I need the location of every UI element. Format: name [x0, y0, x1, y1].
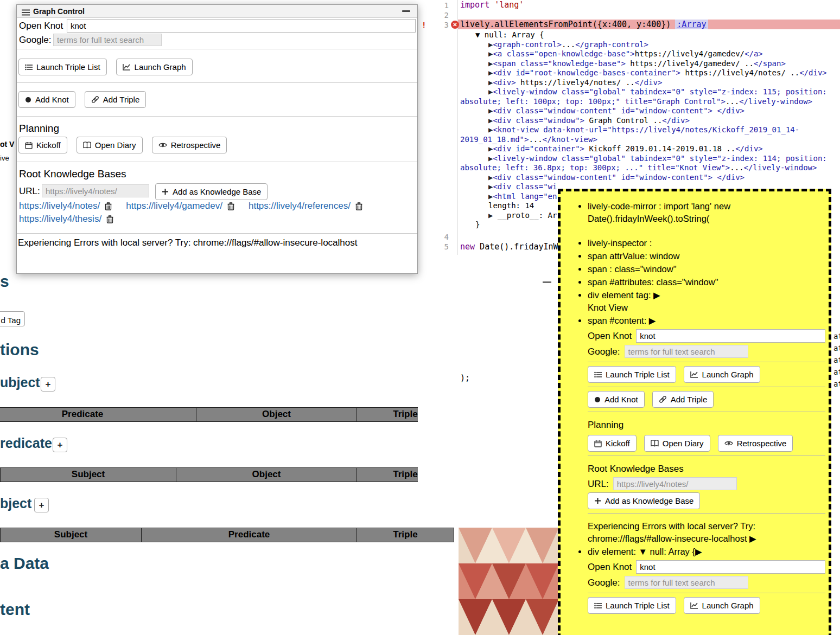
trash-icon[interactable]: [106, 215, 113, 223]
add-triple-button[interactable]: Add Triple: [652, 391, 714, 408]
object-relations-table-header: Subject Predicate Triple: [0, 528, 454, 542]
array-annotation-chip[interactable]: :Array: [675, 20, 708, 29]
subject-relations-table-header: Predicate Object Triple: [0, 407, 454, 422]
add-knowledge-base-button[interactable]: Add as Knowledge Base: [588, 492, 700, 509]
add-knowledge-base-button[interactable]: Add as Knowledge Base: [155, 183, 268, 200]
inspector-tree-node[interactable]: ▶<graph-control>...</graph-control>: [460, 40, 840, 50]
add-knot-button[interactable]: Add Knot: [588, 391, 645, 408]
launch-triple-list-button[interactable]: Launch Triple List: [18, 59, 107, 75]
google-label: Google:: [19, 35, 52, 46]
code-line-5[interactable]: new Date().fridayInW: [460, 242, 558, 252]
trash-icon[interactable]: [355, 202, 362, 210]
inspector-tree-node[interactable]: ▶<lively-window class="global" tabindex=…: [460, 87, 840, 97]
heading-fragment-subject: ubject: [0, 375, 40, 390]
inspector-highlight-overlay: lively-code-mirror : import 'lang' new D…: [558, 189, 831, 635]
overlay-item-list: lively-code-mirror : import 'lang' new D…: [561, 200, 825, 614]
list-icon: [25, 64, 33, 70]
list-icon: [594, 371, 602, 378]
google-search-input[interactable]: [625, 576, 748, 589]
launch-graph-button[interactable]: Launch Graph: [684, 597, 760, 614]
clipped-text-fragment: at: [833, 380, 840, 388]
inspector-tree-node[interactable]: ▼ null: Array {: [460, 30, 840, 40]
heading-fragment-content: tent: [0, 600, 30, 619]
inspector-tree-node[interactable]: ▶<div id="container"> Kickoff 2019.01.14…: [460, 144, 840, 154]
inspector-tree-node[interactable]: ▶<a class="open-knowledge-base">https://…: [460, 49, 840, 59]
window-menu-icon[interactable]: [22, 8, 30, 18]
link-icon: [659, 395, 667, 403]
trash-icon[interactable]: [227, 202, 234, 210]
knowledge-base-link[interactable]: https://lively4/notes/: [19, 201, 100, 211]
overlay-item: span : class="window": [588, 263, 825, 275]
clipped-text-fragment: at: [833, 356, 840, 364]
inspector-tree-node[interactable]: ▶<div class="window"> Graph Control ..</…: [460, 116, 840, 126]
circle-icon: [594, 396, 601, 403]
inspector-tree-node[interactable]: ▶<lively-window class="global" tabindex=…: [460, 154, 840, 164]
open-diary-button[interactable]: Open Diary: [77, 137, 143, 153]
separator: [17, 82, 417, 83]
calendar-icon: [594, 440, 602, 447]
add-tag-button[interactable]: d Tag: [0, 311, 25, 326]
add-object-button[interactable]: +: [34, 498, 49, 512]
launch-triple-list-button[interactable]: Launch Triple List: [588, 366, 676, 383]
knowledge-base-link[interactable]: https://lively4/thesis/: [19, 214, 101, 225]
inspector-tree-node[interactable]: 2019_01_18.md">...</knot-view>: [460, 135, 840, 145]
google-label: Google:: [588, 345, 620, 358]
google-search-input[interactable]: [53, 34, 162, 46]
inspector-tree-node[interactable]: ▶<div class="window-content" id="window-…: [460, 106, 840, 116]
open-knot-input[interactable]: [636, 560, 825, 574]
line-number: 1: [418, 1, 449, 10]
inspector-tree-node[interactable]: ▶<knot-view data-knot-url="https://livel…: [460, 125, 840, 135]
add-subject-button[interactable]: +: [41, 377, 55, 392]
separator: [588, 412, 825, 412]
google-row: Google:: [588, 345, 825, 358]
launch-triple-list-button[interactable]: Launch Triple List: [588, 597, 676, 614]
overlay-item: div element tag: ▶Knot View: [588, 289, 825, 314]
table-header-cell: Subject: [0, 528, 142, 542]
planning-buttons-row: Kickoff Open Diary Retrospective: [18, 137, 227, 153]
add-buttons-row: Add Knot Add Triple: [18, 91, 146, 108]
retrospective-button[interactable]: Retrospective: [152, 137, 227, 153]
knowledge-base-link[interactable]: https://lively4/references/: [249, 201, 351, 211]
heading-fragment-object: bject: [0, 496, 31, 511]
code-text: lively.allElementsFromPoint({x:400, y:40…: [460, 20, 671, 29]
launch-graph-button[interactable]: Launch Graph: [684, 366, 760, 383]
kickoff-button[interactable]: Kickoff: [18, 137, 67, 153]
trash-icon[interactable]: [105, 202, 112, 210]
retrospective-button[interactable]: Retrospective: [718, 435, 793, 452]
inspector-tree-node[interactable]: absolute; left: 36.8px; top: 300px; ..."…: [460, 163, 840, 173]
google-search-input[interactable]: [625, 345, 748, 358]
string-token: 'lang': [489, 0, 524, 10]
add-triple-button[interactable]: Add Triple: [85, 91, 147, 108]
open-knot-input[interactable]: [636, 329, 825, 343]
link-icon: [91, 95, 99, 104]
launch-buttons-row: Launch Triple List Launch Graph: [18, 59, 193, 75]
code-line-3[interactable]: lively.allElementsFromPoint({x:400, y:40…: [460, 20, 708, 29]
minimize-dash-icon[interactable]: [543, 281, 551, 283]
inspector-tree-node[interactable]: ▶<div id="root-knowledge-bases-container…: [460, 68, 840, 78]
url-input[interactable]: [42, 184, 149, 197]
gutter-divider: [457, 0, 458, 255]
inspector-tree-node[interactable]: ▶<div class="window-content" id="window-…: [460, 173, 840, 183]
inspector-tree-node[interactable]: ▶<span class="knowledge-base"> https://l…: [460, 59, 840, 69]
inspector-tree-node[interactable]: ▶<div> https://lively4/notes/ ..</div>: [460, 78, 840, 88]
heading-fragment-meta-data: a Data: [0, 554, 49, 573]
add-knot-button[interactable]: Add Knot: [18, 91, 75, 108]
knowledge-base-item: https://lively4/thesis/: [19, 214, 113, 225]
overlay-item: lively-code-mirror : import 'lang' new D…: [588, 200, 825, 225]
kickoff-button[interactable]: Kickoff: [588, 435, 637, 452]
code-line-1[interactable]: import 'lang': [460, 0, 524, 10]
error-close-icon[interactable]: ✕: [451, 21, 459, 29]
keyword-token: import: [460, 0, 489, 10]
open-diary-button[interactable]: Open Diary: [644, 435, 710, 452]
plus-icon: [594, 497, 601, 504]
url-input[interactable]: [613, 477, 737, 490]
inspector-tree-node[interactable]: absolute; left: 100px; top: 100px;" titl…: [460, 97, 840, 107]
knowledge-base-link[interactable]: https://lively4/gamedev/: [126, 201, 222, 211]
add-predicate-button[interactable]: +: [53, 438, 67, 452]
launch-graph-button[interactable]: Launch Graph: [116, 59, 193, 75]
minimize-button[interactable]: [402, 10, 410, 12]
open-knot-input[interactable]: [67, 19, 416, 33]
code-close-paren-line[interactable]: );: [460, 373, 470, 383]
window-titlebar[interactable]: Graph Control: [17, 5, 417, 18]
line-number: 2: [418, 10, 449, 20]
